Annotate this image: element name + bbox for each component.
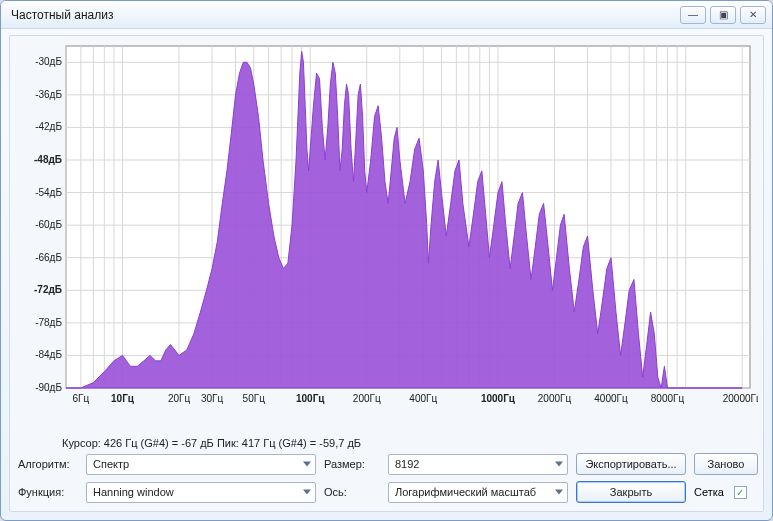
svg-text:-42дБ: -42дБ xyxy=(35,121,62,132)
svg-text:20000Гц: 20000Гц xyxy=(723,393,758,404)
size-label: Размер: xyxy=(324,458,380,470)
cursor-peak-status: Курсор: 426 Гц (G#4) = -67 дБ Пик: 417 Г… xyxy=(18,435,755,453)
svg-text:50Гц: 50Гц xyxy=(243,393,266,404)
function-select[interactable]: Hanning window xyxy=(86,482,316,503)
dialog-window: Частотный анализ — ▣ ✕ -30дБ-36дБ-42дБ-4… xyxy=(0,0,773,521)
function-label: Функция: xyxy=(18,486,78,498)
close-dialog-button[interactable]: Закрыть xyxy=(576,481,686,503)
content-pane: -30дБ-36дБ-42дБ-48дБ-54дБ-60дБ-66дБ-72дБ… xyxy=(9,35,764,512)
export-button[interactable]: Экспортировать... xyxy=(576,453,686,475)
grid-toggle-group: Сетка ✓ xyxy=(694,486,758,499)
svg-text:30Гц: 30Гц xyxy=(201,393,224,404)
spectrum-svg: -30дБ-36дБ-42дБ-48дБ-54дБ-60дБ-66дБ-72дБ… xyxy=(18,40,758,410)
svg-text:-36дБ: -36дБ xyxy=(35,89,62,100)
svg-text:-60дБ: -60дБ xyxy=(35,219,62,230)
svg-text:-72дБ: -72дБ xyxy=(34,284,62,295)
svg-text:400Гц: 400Гц xyxy=(409,393,437,404)
svg-text:8000Гц: 8000Гц xyxy=(651,393,685,404)
grid-checkbox[interactable]: ✓ xyxy=(734,486,747,499)
size-select[interactable]: 8192 xyxy=(388,454,568,475)
close-button[interactable]: ✕ xyxy=(740,6,766,24)
svg-text:-66дБ: -66дБ xyxy=(35,252,62,263)
svg-text:4000Гц: 4000Гц xyxy=(594,393,628,404)
svg-text:-78дБ: -78дБ xyxy=(35,317,62,328)
axis-label: Ось: xyxy=(324,486,380,498)
svg-text:20Гц: 20Гц xyxy=(168,393,191,404)
svg-text:-48дБ: -48дБ xyxy=(34,154,62,165)
maximize-button[interactable]: ▣ xyxy=(710,6,736,24)
svg-text:200Гц: 200Гц xyxy=(353,393,381,404)
svg-text:100Гц: 100Гц xyxy=(296,393,325,404)
spectrum-plot[interactable]: -30дБ-36дБ-42дБ-48дБ-54дБ-60дБ-66дБ-72дБ… xyxy=(18,40,755,435)
redo-button[interactable]: Заново xyxy=(694,453,758,475)
minimize-button[interactable]: — xyxy=(680,6,706,24)
window-title: Частотный анализ xyxy=(11,8,676,22)
svg-text:-30дБ: -30дБ xyxy=(35,56,62,67)
svg-text:-84дБ: -84дБ xyxy=(35,349,62,360)
axis-select[interactable]: Логарифмический масштаб xyxy=(388,482,568,503)
svg-text:10Гц: 10Гц xyxy=(111,393,135,404)
svg-text:2000Гц: 2000Гц xyxy=(538,393,572,404)
grid-label: Сетка xyxy=(694,486,724,498)
titlebar[interactable]: Частотный анализ — ▣ ✕ xyxy=(1,1,772,29)
controls-grid: Алгоритм: Спектр Размер: 8192 Экспортиро… xyxy=(18,453,755,503)
svg-text:6Гц: 6Гц xyxy=(73,393,90,404)
svg-text:1000Гц: 1000Гц xyxy=(481,393,516,404)
algorithm-select[interactable]: Спектр xyxy=(86,454,316,475)
svg-text:-54дБ: -54дБ xyxy=(35,187,62,198)
algorithm-label: Алгоритм: xyxy=(18,458,78,470)
svg-text:-90дБ: -90дБ xyxy=(35,382,62,393)
